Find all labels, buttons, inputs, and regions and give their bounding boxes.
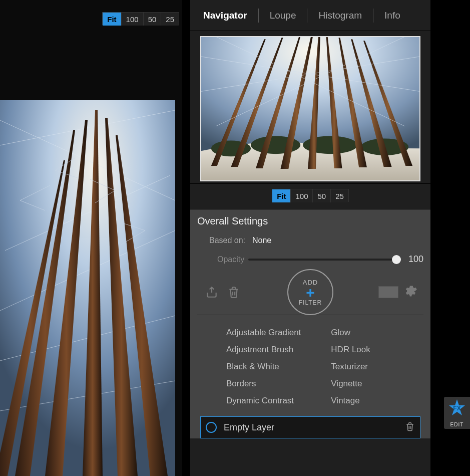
navigator-zoom-bar-row: Fit 100 50 25 xyxy=(190,184,430,209)
nav-zoom-50-button[interactable]: 50 xyxy=(312,189,330,202)
fx-edit-label: EDIT xyxy=(450,422,464,427)
add-filter-label-bottom: FILTER xyxy=(299,299,322,306)
filter-item[interactable]: HDR Look xyxy=(331,341,370,358)
opacity-slider[interactable] xyxy=(248,259,396,261)
filter-item[interactable]: Texturizer xyxy=(331,358,370,375)
zoom-100-button[interactable]: 100 xyxy=(121,13,143,26)
opacity-slider-knob[interactable] xyxy=(392,255,401,264)
layer-row[interactable]: Empty Layer xyxy=(200,416,420,438)
filters-list: Adjustable Gradient Adjustment Brush Bla… xyxy=(197,315,423,416)
tab-info[interactable]: Info xyxy=(373,10,411,21)
layer-delete-icon[interactable] xyxy=(405,421,415,434)
filters-column-1: Adjustable Gradient Adjustment Brush Bla… xyxy=(226,324,301,409)
based-on-label: Based on: xyxy=(197,236,252,245)
zoom-25-button[interactable]: 25 xyxy=(161,13,179,26)
opacity-label: Opacity xyxy=(217,255,244,264)
filter-item[interactable]: Adjustment Brush xyxy=(226,341,301,358)
filter-item[interactable]: Borders xyxy=(226,375,301,392)
zoom-50-button[interactable]: 50 xyxy=(143,13,161,26)
opacity-value: 100 xyxy=(403,254,423,265)
right-panel: Navigator Loupe Histogram Info xyxy=(190,0,430,476)
filter-item[interactable]: Vignette xyxy=(331,375,370,392)
navigator-preview[interactable] xyxy=(200,36,420,181)
overall-settings-panel: Overall Settings Based on: None Opacity … xyxy=(190,209,430,438)
fx-edit-dock[interactable]: FX EDIT xyxy=(444,397,470,429)
main-zoom-bar: Fit 100 50 25 xyxy=(102,12,179,25)
settings-right-actions xyxy=(378,284,417,300)
mask-swatch[interactable] xyxy=(378,286,398,298)
navigator-zoom-bar: Fit 100 50 25 xyxy=(272,189,349,202)
filter-item[interactable]: Dynamic Contrast xyxy=(226,392,301,409)
fx-icon: FX xyxy=(447,398,467,421)
tab-histogram[interactable]: Histogram xyxy=(307,10,373,21)
layer-name[interactable]: Empty Layer xyxy=(224,422,405,433)
overall-settings-title: Overall Settings xyxy=(197,215,423,227)
nav-zoom-100-button[interactable]: 100 xyxy=(290,189,312,202)
svg-text:FX: FX xyxy=(453,405,460,412)
filter-item[interactable]: Adjustable Gradient xyxy=(226,324,301,341)
canvas-image[interactable] xyxy=(0,100,175,476)
opacity-row: Opacity 100 xyxy=(197,254,423,265)
navigator-preview-container xyxy=(190,31,430,184)
nav-zoom-fit-button[interactable]: Fit xyxy=(272,189,290,202)
tab-loupe[interactable]: Loupe xyxy=(259,10,307,21)
filter-item[interactable]: Glow xyxy=(331,324,370,341)
zoom-fit-button[interactable]: Fit xyxy=(103,13,121,26)
panel-tabs: Navigator Loupe Histogram Info xyxy=(190,0,430,31)
trash-icon[interactable] xyxy=(225,284,242,301)
filters-column-2: Glow HDR Look Texturizer Vignette Vintag… xyxy=(331,324,370,409)
based-on-row: Based on: None xyxy=(197,236,423,245)
settings-actions: ADD + FILTER xyxy=(197,270,423,315)
layer-visibility-toggle[interactable] xyxy=(206,422,217,433)
filter-item[interactable]: Black & White xyxy=(226,358,301,375)
export-icon[interactable] xyxy=(203,284,220,301)
plus-icon: + xyxy=(306,287,315,299)
gear-icon[interactable] xyxy=(403,284,417,300)
nav-zoom-25-button[interactable]: 25 xyxy=(330,189,348,202)
add-filter-button[interactable]: ADD + FILTER xyxy=(287,269,333,315)
based-on-value[interactable]: None xyxy=(252,236,271,245)
tab-navigator[interactable]: Navigator xyxy=(192,10,258,21)
main-canvas-pane: Fit 100 50 25 xyxy=(0,0,182,476)
filter-item[interactable]: Vintage xyxy=(331,392,370,409)
